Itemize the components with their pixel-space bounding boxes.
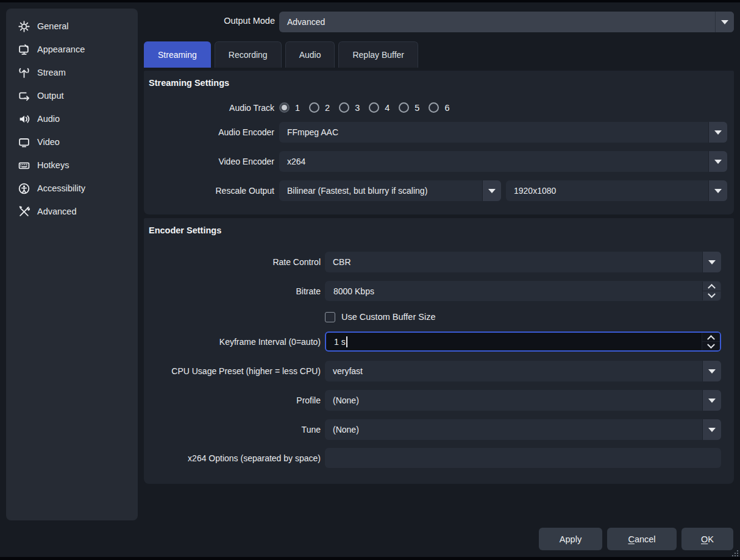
audio-track-radio-2[interactable]: 2 [309, 102, 330, 113]
sidebar-item-audio[interactable]: Audio [6, 107, 138, 130]
audio-encoder-select[interactable]: FFmpeg AAC [279, 122, 727, 143]
keyboard-icon [18, 160, 30, 171]
sidebar-item-stream[interactable]: Stream [6, 61, 138, 84]
bitrate-row: Bitrate 8000 Kbps [144, 281, 734, 301]
settings-sidebar: General Appearance Stream Output Audio V… [6, 9, 138, 520]
cpu-preset-row: CPU Usage Preset (higher = less CPU) ver… [144, 361, 734, 381]
audio-track-row: Audio Track 1 2 3 4 5 6 [144, 97, 734, 118]
chevron-down-icon [703, 419, 721, 440]
sidebar-item-advanced[interactable]: Advanced [6, 200, 138, 223]
audio-track-radio-5[interactable]: 5 [399, 102, 419, 113]
sidebar-item-general[interactable]: General [6, 15, 138, 38]
appearance-icon [18, 44, 30, 55]
profile-row: Profile (None) [144, 390, 734, 410]
radio-icon [279, 102, 290, 113]
sidebar-item-label: Hotkeys [37, 160, 69, 170]
rescale-output-label: Rescale Output [144, 180, 274, 200]
chevron-down-icon [716, 12, 734, 32]
output-mode-label: Output Mode [146, 16, 275, 26]
radio-icon [339, 102, 349, 113]
output-icon [18, 90, 30, 102]
custom-buffer-row: Use Custom Buffer Size [325, 311, 435, 323]
bitrate-spinbox[interactable]: 8000 Kbps [325, 281, 721, 301]
radio-icon [399, 102, 409, 113]
sidebar-item-label: Appearance [37, 44, 85, 54]
spin-down-button[interactable] [702, 341, 720, 350]
sidebar-item-appearance[interactable]: Appearance [6, 38, 138, 61]
output-mode-select[interactable]: Advanced [279, 12, 734, 32]
profile-select[interactable]: (None) [325, 390, 721, 411]
chevron-down-icon [703, 361, 721, 381]
cpu-preset-select[interactable]: veryfast [325, 361, 721, 381]
chevron-down-icon [707, 341, 715, 349]
accessibility-icon [18, 183, 30, 194]
encoder-settings-title: Encoder Settings [149, 225, 221, 235]
radio-icon [309, 102, 319, 113]
rescale-resolution-select[interactable]: 1920x1080 [506, 180, 727, 201]
cancel-button[interactable]: Cancel [607, 528, 677, 550]
audio-track-radio-6[interactable]: 6 [429, 102, 449, 113]
audio-track-label: Audio Track [144, 97, 274, 118]
rate-control-row: Rate Control CBR [144, 252, 734, 272]
sidebar-item-video[interactable]: Video [6, 130, 138, 154]
rate-control-label: Rate Control [144, 252, 321, 272]
video-encoder-label: Video Encoder [144, 151, 274, 171]
streaming-settings-title: Streaming Settings [149, 78, 229, 88]
cpu-preset-label: CPU Usage Preset (higher = less CPU) [144, 361, 321, 381]
profile-label: Profile [144, 390, 321, 410]
tune-row: Tune (None) [144, 419, 734, 439]
x264-options-label: x264 Options (separated by space) [144, 448, 321, 468]
video-encoder-row: Video Encoder x264 [144, 151, 734, 171]
sidebar-item-label: Output [37, 91, 64, 101]
sidebar-item-label: Accessibility [37, 183, 85, 193]
audio-track-radio-1[interactable]: 1 [279, 102, 300, 113]
audio-track-radio-4[interactable]: 4 [369, 102, 390, 113]
broadcast-icon [18, 67, 30, 79]
keyframe-interval-label: Keyframe Interval (0=auto) [144, 331, 321, 352]
tune-select[interactable]: (None) [325, 419, 721, 440]
tab-replay-buffer[interactable]: Replay Buffer [338, 41, 418, 68]
sidebar-item-accessibility[interactable]: Accessibility [6, 177, 138, 200]
radio-icon [429, 102, 439, 113]
tab-streaming[interactable]: Streaming [144, 41, 211, 68]
rescale-output-row: Rescale Output Bilinear (Fastest, but bl… [144, 180, 734, 200]
audio-encoder-label: Audio Encoder [144, 122, 274, 142]
chevron-down-icon [708, 290, 716, 298]
gear-icon [18, 21, 30, 32]
output-tabs: Streaming Recording Audio Replay Buffer [144, 41, 418, 68]
tab-recording[interactable]: Recording [215, 41, 282, 68]
keyframe-interval-spinbox[interactable]: 1 s [325, 331, 721, 352]
video-encoder-select[interactable]: x264 [279, 151, 727, 172]
sidebar-item-output[interactable]: Output [6, 84, 138, 107]
sidebar-item-hotkeys[interactable]: Hotkeys [6, 154, 138, 177]
audio-encoder-row: Audio Encoder FFmpeg AAC [144, 122, 734, 142]
resize-grip[interactable] [731, 549, 738, 556]
chevron-down-icon [709, 151, 727, 172]
chevron-down-icon [483, 180, 501, 201]
custom-buffer-label: Use Custom Buffer Size [341, 312, 435, 322]
ok-button[interactable]: OK [681, 528, 733, 550]
x264-options-input[interactable] [325, 448, 721, 468]
window-top-edge [0, 0, 740, 2]
sidebar-item-label: General [37, 21, 69, 31]
rate-control-select[interactable]: CBR [325, 252, 721, 272]
spin-down-button[interactable] [703, 291, 720, 300]
text-caret [346, 336, 347, 347]
custom-buffer-checkbox[interactable] [325, 312, 335, 322]
window-bottom-edge [0, 557, 740, 560]
tab-audio[interactable]: Audio [285, 41, 335, 68]
chevron-down-icon [703, 252, 721, 272]
rescale-filter-select[interactable]: Bilinear (Fastest, but blurry if scaling… [279, 180, 501, 201]
keyframe-interval-row: Keyframe Interval (0=auto) 1 s [144, 331, 734, 352]
spin-up-button[interactable] [703, 282, 720, 291]
x264-options-row: x264 Options (separated by space) [144, 448, 734, 468]
spin-up-button[interactable] [702, 333, 720, 341]
chevron-down-icon [709, 180, 727, 201]
chevron-down-icon [703, 390, 721, 411]
sidebar-item-label: Audio [37, 114, 60, 124]
tune-label: Tune [144, 419, 321, 439]
audio-track-radio-3[interactable]: 3 [339, 102, 360, 113]
apply-button[interactable]: Apply [539, 528, 602, 550]
sidebar-item-label: Advanced [37, 207, 77, 216]
sidebar-item-label: Video [37, 137, 60, 147]
